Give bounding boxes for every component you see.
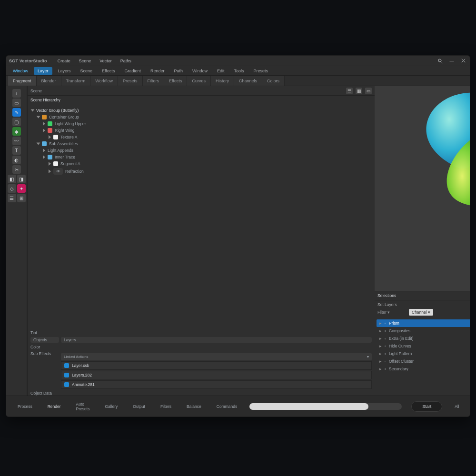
close-icon[interactable] [459,57,467,65]
mb-render[interactable]: Render [147,67,169,75]
tool-a-icon[interactable]: ◧ [8,175,16,183]
rc-title: Scene [30,89,42,93]
tree-node-8[interactable]: 👁Refraction [30,167,372,176]
tree-node-7[interactable]: Segment A [30,160,372,167]
tab-0[interactable]: Fragment [8,76,37,86]
tree-node-0[interactable]: Container Group [30,114,372,120]
workarea: ↕ ▭ ✎ ▢ ◆ 〰 T ◐ ✂ ◧ ◨ ◇ ✦ ☰ ⊞ [6,86,470,396]
mb-effects[interactable]: Effects [98,67,119,75]
tool-d-icon[interactable]: ✦ [17,184,26,193]
menu-vector[interactable]: Vector [96,57,116,65]
svg-point-0 [438,59,441,62]
dock-tab-6[interactable]: Balance [184,402,204,411]
toolbar: ↕ ▭ ✎ ▢ ◆ 〰 T ◐ ✂ ◧ ◨ ◇ ✦ ☰ ⊞ [6,86,27,396]
rc-tab-objects[interactable]: Objects [30,337,59,343]
mb-scene[interactable]: Scene [77,67,97,75]
mb-layer[interactable]: Layer [34,67,52,75]
tool-rect-icon[interactable]: ▢ [12,118,21,126]
start-button[interactable]: Start [411,401,442,412]
tab-4[interactable]: Presets [118,76,143,86]
scene-tree: Vector Group (Butterfly) Container Group… [28,104,375,330]
rc-subheader: Scene Hierarchy [28,96,375,104]
tree-node-2[interactable]: Right Wing [30,127,372,134]
mb-grad[interactable]: Gradient [120,67,145,75]
app-window: SGT VectorStudio Create Scene Vector Pat… [6,55,470,417]
lbl-subfx: Sub Effects [30,351,59,389]
layer-row-2[interactable]: ▸▫Extra (in Edit) [377,335,470,342]
mb-window2[interactable]: Window [188,67,211,75]
channel-dropdown[interactable]: Channel ▾ [409,309,433,316]
rc-more-icon[interactable]: ▭ [365,88,372,94]
dock-tab-5[interactable]: Filters [158,402,174,411]
mb-tools[interactable]: Tools [230,67,248,75]
dock-tab-7[interactable]: Commands [214,402,240,411]
dock-tab-1[interactable]: Render [45,402,64,411]
tool-brush-icon[interactable]: 〰 [12,137,21,145]
top-menus: Create Scene Vector Paths [54,57,135,65]
layer-row-1[interactable]: ▸▫Composites [377,327,470,335]
tree-node-1[interactable]: Light Wing Upper [30,120,372,127]
tree-node-4[interactable]: Sub Assemblies [30,140,372,147]
dock-secondary[interactable]: All [452,402,462,411]
tool-eyedrop-icon[interactable]: ◐ [12,156,21,164]
tool-b-icon[interactable]: ◨ [17,175,26,183]
tool-fill-icon[interactable]: ◆ [12,127,21,136]
tab-9[interactable]: Channels [234,76,262,86]
artwork-butterfly-icon [405,89,470,232]
mb-presets[interactable]: Presets [250,67,272,75]
tab-7[interactable]: Curves [187,76,211,86]
tab-10[interactable]: Colors [262,76,285,86]
file-row-0[interactable]: Layer.xsb [61,361,372,370]
status-dock: Process Render Auto Presets Gallery Outp… [6,396,470,416]
tab-8[interactable]: History [211,76,234,86]
file-row-2[interactable]: Animate.281 [61,380,372,389]
file-row-1[interactable]: Layers.282 [61,371,372,379]
layer-row-4[interactable]: ▸▫Light Pattern [377,350,470,357]
menu-paths[interactable]: Paths [117,57,135,65]
tab-6[interactable]: Effects [164,76,187,86]
tool-f-icon[interactable]: ⊞ [17,194,26,202]
tool-scissors-icon[interactable]: ✂ [12,165,21,174]
layer-row-0[interactable]: ▸▫Prism [377,319,470,327]
progress-track[interactable] [249,403,402,410]
tool-move-icon[interactable]: ↕ [12,89,21,98]
search-icon[interactable] [436,57,444,65]
rc-list-icon[interactable]: ☰ [346,88,353,94]
tool-pen-icon[interactable]: ✎ [12,108,21,117]
menu-scene[interactable]: Scene [75,57,95,65]
mb-path[interactable]: Path [170,67,187,75]
mb-window[interactable]: Window [9,67,32,75]
layer-row-5[interactable]: ▸▫Offset Cluster [377,357,470,365]
menubar: Window Layer Layers Scene Effects Gradie… [6,66,470,76]
tool-select-icon[interactable]: ▭ [12,99,21,107]
canvas[interactable]: RADIANCE [375,86,470,291]
mb-edit[interactable]: Edit [213,67,228,75]
menu-create[interactable]: Create [54,57,74,65]
tree-node-6[interactable]: Inner Trace [30,154,372,160]
right-column: Scene ☰ ▦ ▭ Scene Hierarchy Vector Group… [27,86,375,396]
dock-tab-4[interactable]: Output [130,402,148,411]
layer-row-3[interactable]: ▸▫Hide Curves [377,342,470,350]
mb-layers[interactable]: Layers [54,67,75,75]
tree-node-3[interactable]: Texture A [30,134,372,140]
rc-tab-layers[interactable]: Layers [61,337,372,343]
dock-tab-0[interactable]: Process [15,402,35,411]
tab-3[interactable]: Workflow [90,76,118,86]
dock-tab-2[interactable]: Auto Presets [73,400,93,413]
tab-5[interactable]: Filters [143,76,165,86]
lbl-tint: Tint [30,330,59,335]
titlebar: SGT VectorStudio Create Scene Vector Pat… [6,56,470,66]
tool-e-icon[interactable]: ☰ [8,194,16,202]
tree-root[interactable]: Vector Group (Butterfly) [30,107,372,114]
tab-1[interactable]: Blender [37,76,61,86]
tab-2[interactable]: Transform [61,76,91,86]
dock-tab-3[interactable]: Gallery [102,402,120,411]
tool-c-icon[interactable]: ◇ [8,184,16,193]
minimize-icon[interactable]: — [448,57,456,65]
tool-text-icon[interactable]: T [12,146,21,155]
rc-grid-icon[interactable]: ▦ [356,88,362,94]
tree-node-5[interactable]: Light Appends [30,147,372,154]
layer-row-6[interactable]: ▸▫Secondary [377,365,470,373]
window-controls: — [436,57,467,65]
lbl-tint2: Color [30,345,59,349]
